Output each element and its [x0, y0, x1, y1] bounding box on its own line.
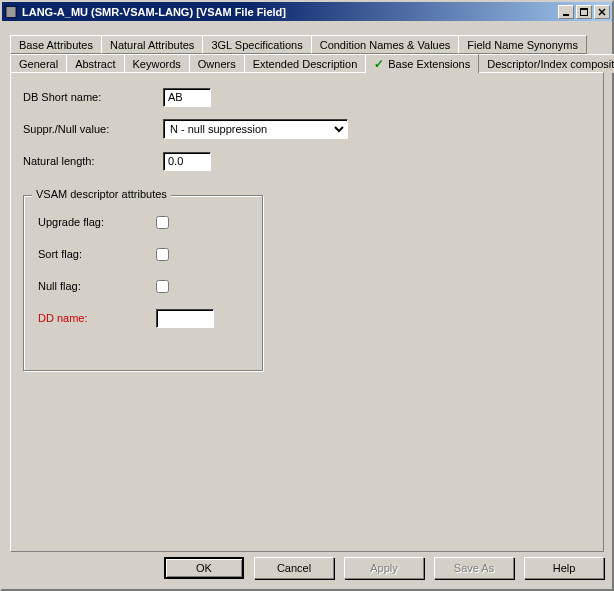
- upgrade-flag-label: Upgrade flag:: [38, 216, 156, 228]
- dd-name-input[interactable]: [156, 309, 214, 328]
- window-icon: [4, 5, 18, 19]
- titlebar-buttons: [556, 5, 610, 19]
- tab-row-2: General Abstract Keywords Owners Extende…: [10, 54, 604, 73]
- tab-general[interactable]: General: [10, 54, 67, 73]
- suppr-null-label: Suppr./Null value:: [23, 123, 163, 135]
- db-short-name-label: DB Short name:: [23, 91, 163, 103]
- db-short-name-input[interactable]: [163, 88, 211, 107]
- tab-field-name-synonyms[interactable]: Field Name Synonyms: [458, 35, 587, 54]
- row-sort-flag: Sort flag:: [38, 244, 248, 264]
- tab-label: Field Name Synonyms: [467, 39, 578, 51]
- ok-button[interactable]: OK: [164, 557, 244, 579]
- null-flag-checkbox[interactable]: [156, 280, 169, 293]
- close-button[interactable]: [594, 5, 610, 19]
- tab-3gl-specifications[interactable]: 3GL Specifications: [202, 35, 311, 54]
- save-as-button[interactable]: Save As: [434, 557, 514, 579]
- row-dd-name: DD name:: [38, 308, 248, 328]
- row-suppr-null: Suppr./Null value: N - null suppression: [23, 119, 591, 139]
- tab-extended-description[interactable]: Extended Description: [244, 54, 367, 73]
- row-db-short-name: DB Short name:: [23, 87, 591, 107]
- check-icon: ✓: [374, 57, 384, 71]
- minimize-button[interactable]: [558, 5, 574, 19]
- titlebar: LANG-A_MU (SMR-VSAM-LANG) [VSAM File Fie…: [2, 2, 612, 21]
- sort-flag-label: Sort flag:: [38, 248, 156, 260]
- tab-condition-names-values[interactable]: Condition Names & Values: [311, 35, 460, 54]
- maximize-button[interactable]: [576, 5, 592, 19]
- tab-row-1: Base Attributes Natural Attributes 3GL S…: [10, 35, 604, 54]
- client-area: Base Attributes Natural Attributes 3GL S…: [2, 21, 612, 589]
- svg-rect-5: [563, 14, 569, 16]
- tab-label: Descriptor/Index composition: [487, 58, 614, 70]
- tab-natural-attributes[interactable]: Natural Attributes: [101, 35, 203, 54]
- suppr-null-select[interactable]: N - null suppression: [163, 119, 348, 139]
- upgrade-flag-checkbox[interactable]: [156, 216, 169, 229]
- vsam-descriptor-groupbox: VSAM descriptor attributes Upgrade flag:…: [23, 195, 263, 371]
- tab-base-attributes[interactable]: Base Attributes: [10, 35, 102, 54]
- tab-descriptor-index-composition[interactable]: Descriptor/Index composition: [478, 54, 614, 73]
- dd-name-label: DD name:: [38, 312, 156, 324]
- tab-label: General: [19, 58, 58, 70]
- cancel-button[interactable]: Cancel: [254, 557, 334, 579]
- tab-label: Owners: [198, 58, 236, 70]
- tab-label: Base Extensions: [388, 58, 470, 70]
- tab-label: Natural Attributes: [110, 39, 194, 51]
- button-bar: OK Cancel Apply Save As Help: [10, 557, 604, 579]
- window-title: LANG-A_MU (SMR-VSAM-LANG) [VSAM File Fie…: [22, 6, 556, 18]
- row-null-flag: Null flag:: [38, 276, 248, 296]
- row-natural-length: Natural length:: [23, 151, 591, 171]
- tab-label: Keywords: [133, 58, 181, 70]
- row-upgrade-flag: Upgrade flag:: [38, 212, 248, 232]
- natural-length-input[interactable]: [163, 152, 211, 171]
- window: LANG-A_MU (SMR-VSAM-LANG) [VSAM File Fie…: [0, 0, 614, 591]
- groupbox-legend: VSAM descriptor attributes: [32, 188, 171, 200]
- null-flag-label: Null flag:: [38, 280, 156, 292]
- svg-rect-0: [6, 7, 16, 17]
- tab-panel-base-extensions: DB Short name: Suppr./Null value: N - nu…: [10, 72, 604, 552]
- apply-button[interactable]: Apply: [344, 557, 424, 579]
- tab-label: Condition Names & Values: [320, 39, 451, 51]
- tab-owners[interactable]: Owners: [189, 54, 245, 73]
- tab-label: Extended Description: [253, 58, 358, 70]
- tab-label: Abstract: [75, 58, 115, 70]
- natural-length-label: Natural length:: [23, 155, 163, 167]
- help-button[interactable]: Help: [524, 557, 604, 579]
- tab-base-extensions[interactable]: ✓Base Extensions: [365, 54, 479, 73]
- tab-abstract[interactable]: Abstract: [66, 54, 124, 73]
- sort-flag-checkbox[interactable]: [156, 248, 169, 261]
- tab-keywords[interactable]: Keywords: [124, 54, 190, 73]
- tab-label: 3GL Specifications: [211, 39, 302, 51]
- tab-label: Base Attributes: [19, 39, 93, 51]
- svg-rect-7: [580, 8, 588, 10]
